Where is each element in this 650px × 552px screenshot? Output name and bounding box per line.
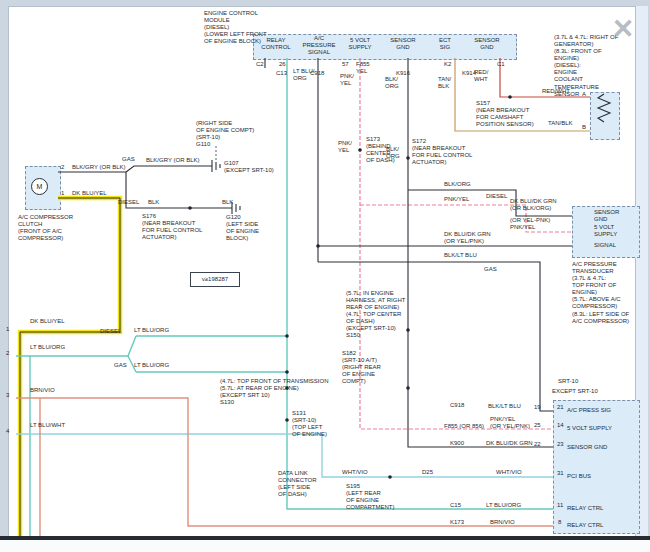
wire-pnkyel-mid: PNK/YEL [444, 196, 469, 203]
row-5v-supply: 5 VOLT SUPPLY [567, 425, 612, 432]
circuit-d25: D25 [422, 469, 433, 476]
transducer-pin-signal: SIGNAL [594, 242, 616, 249]
wire-blkorg-mid: BLK/ORG [444, 181, 471, 188]
wire-redwht-label: RED/WHT [542, 88, 570, 95]
pin-26: 26 [279, 61, 286, 68]
ground-g120: G120 (LEFT SIDE OF ENGINE BLOCK) [226, 214, 259, 242]
splice-s150: (5.7L: IN ENGINE HARNESS, AT RIGHT REAR … [346, 290, 405, 340]
ecm-pin-relay-control: RELAY CONTROL [256, 37, 296, 51]
row-sensor-gnd: SENSOR GND [567, 444, 607, 451]
pin-21: 21 [557, 404, 564, 411]
wire-brnvio-bottom: BRN/VIO [490, 519, 515, 526]
row4-wire-label: LT BLU/WHT [30, 422, 65, 429]
pin-31: 31 [557, 470, 564, 477]
ecm-pin-sensor-gnd: SENSOR GND [384, 37, 422, 51]
wiring-diagram-viewer: ENGINE CONTROL MODULE (DIESEL) (LOWER LE… [0, 0, 650, 552]
row3-pin: 3 [6, 392, 9, 399]
row3-wire-label: BRN/VIO [30, 387, 55, 394]
wire-pnk-oryelpnk: (OR YEL-PNK) PNK/YEL [510, 217, 550, 231]
splice-s157: S157 (NEAR BREAKOUT FOR CAMSHAFT POSITIO… [476, 100, 534, 128]
wire-blkorg-s172: BLK/ ORG [386, 146, 400, 160]
wire-pnkyel-top: PNK/ YEL [340, 73, 354, 87]
pin-k2: K2 [444, 61, 451, 68]
pin-8: 8 [558, 519, 561, 526]
gas-split-label: GAS [114, 362, 127, 369]
clutch-pin-1: 1 [61, 190, 64, 197]
wire-blkltblu-bottom: BLK/LT BLU [488, 403, 521, 410]
row1-wire-label: DK BLU/YEL [30, 318, 65, 325]
data-link-connector-label: DATA LINK CONNECTOR (LEFT SIDE OF DASH) [278, 470, 317, 498]
splice-s131: S131 (SRT-10) (TOP LEFT OF ENGINE) [292, 410, 327, 438]
pin-out-25: 25 [534, 422, 541, 429]
transducer-caption: A/C PRESSURE TRANSDUCER (3.7L & 4.7L: TO… [572, 261, 629, 325]
pin-out-19: 19 [534, 404, 541, 411]
connector-c918-top: C918 [310, 70, 324, 77]
diesel-branch-label: DIESEL [118, 199, 139, 206]
coolant-sensor-box [590, 92, 620, 140]
sensor-pin-a: A [582, 91, 586, 98]
splice-s176: S176 (NEAR BREAKOUT FOR FUEL CONTROL ACT… [142, 213, 202, 241]
row1-pin: 1 [6, 326, 9, 333]
transducer-pin-5v: 5 VOLT SUPPLY [594, 224, 617, 238]
wire-blk-1: BLK [148, 199, 159, 206]
wire-dkblu-orblkorg: DK BLU/DK GRN (OR BLK/ORG) [510, 198, 557, 212]
gas-branch-label: GAS [122, 156, 135, 163]
wire-blk-2: BLK [222, 199, 233, 206]
gas-split-wire: LT BLU/ORG [134, 362, 169, 369]
wire-ltbluorg-bottom: LT BLU/ORG [486, 502, 521, 509]
wire-redwht-top: RED/ WHT [474, 69, 488, 83]
ecm-pin-sensor-gnd-2: SENSOR GND [464, 37, 510, 51]
bottom-toolbar [0, 540, 650, 552]
compressor-caption: A/C COMPRESSOR CLUTCH (FRONT OF A/C COMP… [18, 214, 73, 242]
sensor-pin-b: B [582, 124, 586, 131]
row-pci-bus: PCI BUS [567, 473, 591, 480]
circuit-k173: K173 [450, 519, 464, 526]
pin-14: 14 [557, 422, 564, 429]
diagram-page [8, 6, 636, 538]
ecm-pin-ac-pressure-signal: A/C PRESSURE SIGNAL [298, 35, 340, 56]
motor-symbol: M [31, 178, 48, 195]
wire-pnkyel-s173: PNK/ YEL [338, 140, 352, 154]
ground-g107: G107 (EXCEPT SRT-10) [224, 160, 274, 174]
splice-s182: S182 (SRT-10 A/T) (RIGHT REAR OF ENGINE … [342, 350, 381, 385]
splice-s172: S172 (NEAR BREAKOUT FOR FUEL CONTROL ACT… [412, 138, 472, 166]
pin-out-22: 22 [534, 441, 541, 448]
srt10-label: SRT-10 [558, 378, 578, 385]
row-relay-ctrl-2: RELAY CTRL [567, 522, 603, 529]
splice-s130: (4.7L: TOP FRONT OF TRANSMISSION (5.7L: … [220, 378, 328, 406]
except-srt10-label: EXCEPT SRT-10 [552, 388, 598, 395]
wire-dkbluyel-label: DK BLU/YEL [72, 190, 107, 197]
circuit-f855-bottom: F855 (OR 856) [444, 423, 484, 430]
splice-s195: S195 (LEFT REAR OF ENGINE COMPARTMENT) [346, 483, 394, 511]
connector-c1: C1 [497, 61, 505, 68]
wire-dkbludkgrn-bottom: DK BLU/DK GRN [486, 440, 533, 447]
wire-tanblk-top: TAN/ BLK [438, 76, 451, 90]
row2-wire-label: LT BLU/ORG [30, 344, 65, 351]
ecm-pin-ect-sig: ECT SIG [430, 37, 460, 51]
wire-pnkyel-bottom: PNK/YEL (OR YEL/PNK) [490, 416, 530, 430]
pin-11: 11 [557, 502, 563, 509]
diesel-label-mid: DIESEL [486, 193, 507, 200]
wire-whtvio-1: WHT/VIO [342, 469, 368, 476]
row4-pin: 4 [6, 428, 9, 435]
ground-g110: (RIGHT SIDE OF ENGINE COMPT) (SRT-10) G1… [196, 120, 254, 148]
connector-c15: C15 [450, 502, 461, 509]
close-icon[interactable]: ✕ [606, 12, 640, 46]
connector-c2: C2 [256, 61, 264, 68]
row2-pin: 2 [6, 350, 9, 357]
pin-23: 23 [557, 441, 564, 448]
wire-tanblk-label: TAN/BLK [548, 120, 573, 127]
connector-c918-bottom: C918 [450, 402, 464, 409]
wire-whtvio-2: WHT/VIO [496, 469, 522, 476]
diesel-split-label: DIESEL [100, 328, 121, 335]
ecm-pin-5v-supply: 5 VOLT SUPPLY [342, 37, 378, 51]
version-tag: v≥198287 [190, 272, 240, 287]
row-relay-ctrl-1: RELAY CTRL [567, 505, 603, 512]
wire-blkorg-top: BLK/ ORG [385, 76, 399, 90]
gas-label-mid: GAS [484, 266, 497, 273]
wire-blkgry-1: BLK/GRY (OR BLK) [72, 164, 125, 171]
pin-57: 57 [342, 61, 349, 68]
clutch-pin-2: 2 [61, 164, 64, 171]
wire-blkgry-2: BLK/GRY (OR BLK) [146, 157, 199, 164]
wire-dkblu-oryelpnk: DK BLU/DK GRN (OR YEL/PNK) [444, 231, 491, 245]
